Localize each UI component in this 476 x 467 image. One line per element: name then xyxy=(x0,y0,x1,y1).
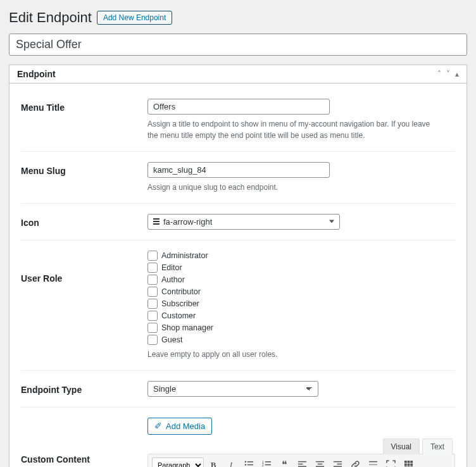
endpoint-type-select[interactable]: Single xyxy=(147,381,318,397)
endpoint-title-input[interactable]: Special Offer xyxy=(9,34,467,56)
svg-rect-13 xyxy=(298,464,303,465)
svg-rect-24 xyxy=(368,461,377,463)
align-right-icon xyxy=(333,460,342,467)
user-role-options: AdministratorEditorAuthorContributorSubs… xyxy=(147,251,455,345)
tab-text[interactable]: Text xyxy=(422,439,453,454)
svg-rect-29 xyxy=(410,461,413,463)
menu-title-label: Menu Title xyxy=(21,99,147,113)
checkbox-icon[interactable] xyxy=(147,251,158,261)
italic-button[interactable]: I xyxy=(223,457,239,467)
user-role-option[interactable]: Guest xyxy=(147,335,455,345)
svg-rect-32 xyxy=(410,464,413,466)
menu-title-description: Assign a title to endpoint to show in me… xyxy=(147,118,439,141)
custom-content-label: Custom Content xyxy=(21,418,147,464)
toolbar-toggle-icon xyxy=(404,460,413,467)
user-role-option[interactable]: Editor xyxy=(147,263,455,273)
svg-rect-9 xyxy=(265,464,270,466)
link-icon xyxy=(351,460,360,467)
user-role-option[interactable]: Subscriber xyxy=(147,299,455,309)
user-role-option-label: Customer xyxy=(161,311,196,320)
move-down-icon[interactable]: ˅ xyxy=(446,70,450,78)
user-role-option-label: Guest xyxy=(161,335,182,344)
add-media-label: Add Media xyxy=(166,421,205,431)
svg-rect-21 xyxy=(337,464,342,465)
user-role-option[interactable]: Author xyxy=(147,275,455,285)
user-role-option-label: Editor xyxy=(161,263,182,272)
user-role-option-label: Subscriber xyxy=(161,299,199,308)
endpoint-metabox: Endpoint ˄ ˅ ▴ Menu Title Assign a title… xyxy=(9,65,467,467)
svg-rect-1 xyxy=(247,461,253,463)
user-role-option-label: Shop manager xyxy=(161,323,213,332)
checkbox-icon[interactable] xyxy=(147,299,158,309)
checkbox-icon[interactable] xyxy=(147,275,158,285)
numbered-list-button[interactable]: 123 xyxy=(258,457,275,467)
tab-visual[interactable]: Visual xyxy=(383,439,420,454)
numbered-list-icon: 123 xyxy=(262,460,272,467)
icon-select-value: fa-arrow-right xyxy=(163,217,212,227)
fullscreen-button[interactable] xyxy=(382,457,399,467)
user-role-option[interactable]: Shop manager xyxy=(147,323,455,333)
menu-title-input[interactable] xyxy=(147,99,330,115)
fullscreen-icon xyxy=(386,460,396,467)
svg-rect-16 xyxy=(315,461,323,463)
user-role-option[interactable]: Customer xyxy=(147,311,455,321)
align-right-button[interactable] xyxy=(329,457,346,467)
user-role-option-label: Author xyxy=(161,275,185,284)
svg-rect-7 xyxy=(265,461,270,463)
user-role-option-label: Administrator xyxy=(161,251,208,260)
link-button[interactable] xyxy=(347,457,363,467)
block-format-select[interactable]: Paragraph xyxy=(152,458,204,467)
svg-rect-27 xyxy=(404,461,406,463)
icon-preview-icon xyxy=(153,218,160,225)
endpoint-type-label: Endpoint Type xyxy=(21,381,147,395)
menu-slug-input[interactable] xyxy=(147,162,330,178)
bullet-list-icon xyxy=(244,460,254,467)
icon-select[interactable]: fa-arrow-right xyxy=(147,214,340,230)
icon-label: Icon xyxy=(21,214,147,228)
checkbox-icon[interactable] xyxy=(147,311,158,321)
svg-rect-28 xyxy=(407,461,410,463)
blockquote-button[interactable]: ❝ xyxy=(276,457,292,467)
metabox-title: Endpoint xyxy=(17,69,56,79)
svg-rect-12 xyxy=(298,461,306,463)
user-role-option-label: Contributor xyxy=(161,287,201,296)
bold-button[interactable]: B xyxy=(205,457,222,467)
add-media-button[interactable]: ✐ Add Media xyxy=(147,418,212,435)
user-role-description: Leave empty to apply on all user roles. xyxy=(147,349,439,360)
svg-rect-25 xyxy=(368,464,377,466)
user-role-label: User Role xyxy=(21,251,147,283)
checkbox-icon[interactable] xyxy=(147,263,158,273)
insert-more-icon xyxy=(368,460,378,467)
svg-rect-3 xyxy=(247,464,253,466)
align-left-button[interactable] xyxy=(294,457,310,467)
menu-slug-description: Assign a unique slug to each endpoint. xyxy=(147,182,439,193)
user-role-option[interactable]: Administrator xyxy=(147,251,455,261)
checkbox-icon[interactable] xyxy=(147,335,158,345)
page-title: Edit Endpoint xyxy=(9,9,92,27)
align-center-icon xyxy=(315,460,325,467)
bullet-list-button[interactable] xyxy=(241,457,257,467)
move-up-icon[interactable]: ˄ xyxy=(437,70,441,78)
user-role-option[interactable]: Contributor xyxy=(147,287,455,297)
media-icon: ✐ xyxy=(154,421,162,430)
insert-more-button[interactable] xyxy=(365,457,381,467)
add-new-endpoint-button[interactable]: Add New Endpoint xyxy=(97,11,172,25)
svg-rect-17 xyxy=(317,464,322,465)
align-center-button[interactable] xyxy=(311,457,328,467)
checkbox-icon[interactable] xyxy=(147,323,158,333)
svg-point-0 xyxy=(244,461,246,463)
rich-text-editor: Paragraph B I 123 ❝ xyxy=(147,454,455,467)
svg-rect-20 xyxy=(333,461,341,463)
editor-toolbar: Paragraph B I 123 ❝ xyxy=(148,454,454,467)
checkbox-icon[interactable] xyxy=(147,287,158,297)
svg-point-2 xyxy=(244,464,246,465)
menu-slug-label: Menu Slug xyxy=(21,162,147,176)
align-left-icon xyxy=(298,460,307,467)
toolbar-toggle-button[interactable] xyxy=(400,457,416,467)
toggle-panel-icon[interactable]: ▴ xyxy=(455,70,459,78)
svg-rect-31 xyxy=(407,464,410,466)
svg-rect-30 xyxy=(404,464,406,466)
